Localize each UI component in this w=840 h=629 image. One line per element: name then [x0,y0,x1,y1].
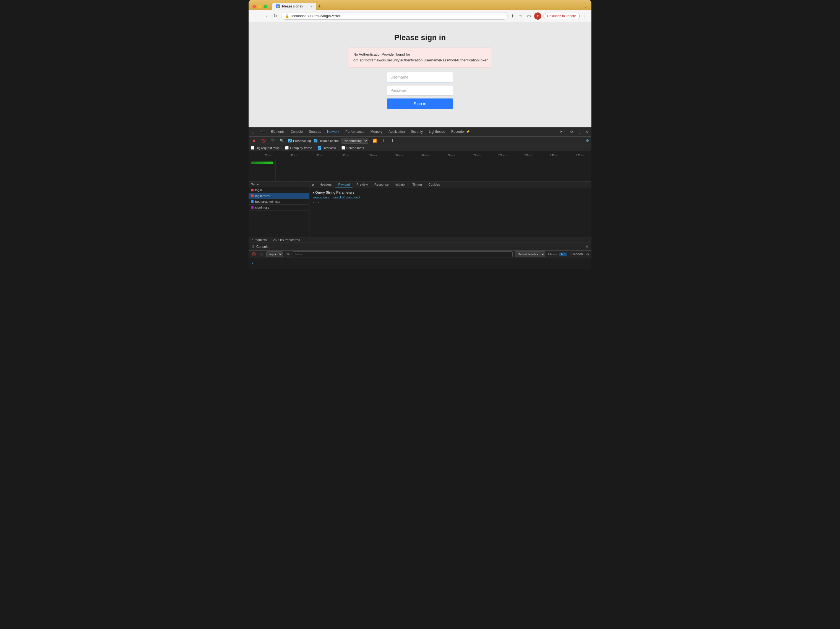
console-level-select[interactable]: Default levels ▾ [515,251,545,257]
network-detail: ✕ Headers Payload Preview Response Initi… [309,182,591,237]
network-item-signincss[interactable]: signin.css [249,205,309,210]
tab-performance[interactable]: Performance [343,128,367,136]
console-drag-handle[interactable]: ⠿ [251,245,254,249]
issues-count-badge[interactable]: ⚑ 1 [559,253,567,256]
console-panel: ⠿ Console ✕ 🚫 ▽ top ▾ 👁 Default levels ▾… [249,243,591,269]
tab-memory[interactable]: Memory [368,128,385,136]
tab-options-button[interactable]: ⌄ [584,4,587,9]
upload-icon[interactable]: ⬆ [381,138,387,144]
devtools-more-icon[interactable]: ⋮ [576,129,582,135]
network-settings-button[interactable]: ⚙ [586,139,589,143]
issues-badge[interactable]: ⚑ 1 [559,129,567,135]
tab-sources[interactable]: Sources [306,128,324,136]
browser-toolbar: ← → ↻ 🔒 localhost:8080/mvc/login?error ⬆… [249,10,591,22]
detail-tab-headers[interactable]: Headers [317,182,334,188]
tab-console[interactable]: Console [288,128,306,136]
new-tab-button[interactable]: + [318,4,321,10]
tick-120ms: 120 ms [395,154,403,156]
request-icon-signincss [251,206,254,209]
share-button[interactable]: ⬆ [510,13,516,20]
network-item-bootstrap[interactable]: bootstrap.min.css [249,199,309,205]
preserve-log-checkbox[interactable] [288,139,292,142]
console-clear-button[interactable]: 🚫 [251,252,257,257]
network-item-login[interactable]: login [249,187,309,193]
clear-button[interactable]: 🚫 [260,138,267,144]
console-eye-icon[interactable]: 👁 [285,252,291,257]
console-filter-input[interactable] [293,251,513,257]
devtools-network-toolbar: ⏺ 🚫 ▽ 🔍 Preserve log Disable cache No th… [249,137,591,145]
address-text: localhost:8080/mvc/login?error [291,14,504,18]
traffic-light-maximize[interactable] [264,5,267,8]
traffic-light-close[interactable] [253,5,256,8]
forward-button[interactable]: → [262,13,270,20]
tab-application[interactable]: Application [386,128,407,136]
inspect-icon[interactable]: ⬚ [251,128,256,136]
record-button[interactable]: ⏺ [251,138,257,144]
signin-button[interactable]: Sign in [387,98,453,109]
traffic-light-minimize[interactable] [258,5,262,8]
console-top-select[interactable]: top ▾ [266,251,283,257]
devtools-icons: ⬚ 📱 [251,128,265,136]
big-request-rows-checkbox[interactable] [251,146,254,150]
reload-button[interactable]: ↻ [272,12,279,20]
tick-140ms: 140 ms [420,154,429,156]
network-item-loginerror[interactable]: login?error [249,193,309,199]
devtools-close-icon[interactable]: ✕ [584,129,589,135]
tick-180ms: 180 ms [472,154,480,156]
console-prompt-arrow[interactable]: › [252,261,253,265]
profile-button[interactable]: Y [534,13,542,20]
screenshots-checkbox[interactable] [341,146,345,150]
preserve-log-label[interactable]: Preserve log [288,139,311,142]
tab-recorder[interactable]: Recorder ⚡ [448,128,473,136]
console-close-button[interactable]: ✕ [585,244,589,249]
detail-close-button[interactable]: ✕ [312,183,315,187]
detail-tabs: ✕ Headers Payload Preview Response Initi… [309,182,591,188]
big-request-rows-label[interactable]: Big request rows [251,146,279,150]
wifi-icon[interactable]: 📶 [371,138,378,144]
console-settings-icon[interactable]: ⚙ [586,252,589,256]
back-button[interactable]: ← [252,13,260,20]
tab-close-button[interactable]: × [311,5,313,8]
tab-security[interactable]: Security [408,128,426,136]
tab-elements[interactable]: Elements [268,128,287,136]
screenshots-label[interactable]: Screenshots [341,146,364,150]
bookmark-button[interactable]: ☆ [518,13,524,20]
device-icon[interactable]: 📱 [259,128,265,136]
tick-160ms: 160 ms [446,154,455,156]
tab-network[interactable]: Network [324,128,342,136]
detail-tab-cookies[interactable]: Cookies [426,182,443,188]
group-by-frame-label[interactable]: Group by frame [285,146,312,150]
group-by-frame-checkbox[interactable] [285,146,289,150]
detail-tab-timing[interactable]: Timing [409,182,425,188]
view-url-encoded-link[interactable]: view URL-encoded [333,196,360,199]
menu-button[interactable]: ⋮ [582,13,588,20]
detail-tab-payload[interactable]: Payload [335,182,352,188]
page-content: Please sign in No AuthenticationProvider… [249,22,591,127]
detail-tab-initiator[interactable]: Initiator [393,182,409,188]
active-tab[interactable]: 🔒 Please sign in × [272,3,316,10]
address-bar[interactable]: 🔒 localhost:8080/mvc/login?error [281,12,508,20]
detail-tab-response[interactable]: Response [372,182,392,188]
filter-icon[interactable]: ▽ [270,138,275,144]
name-column-header: Name [251,183,259,186]
extensions-button[interactable]: ▭ [526,13,532,20]
tab-lighthouse[interactable]: Lighthouse [426,128,448,136]
query-string-section-title[interactable]: ▾ Query String Parameters [313,191,588,194]
view-source-link[interactable]: view source [313,196,330,199]
disable-cache-checkbox[interactable] [314,139,317,142]
disable-cache-label[interactable]: Disable cache [314,139,339,142]
relaunch-button[interactable]: Relaunch to update [543,13,579,19]
search-icon[interactable]: 🔍 [278,138,285,144]
timeline-ruler: 20 ms 40 ms 60 ms 80 ms 100 ms 120 ms 14… [265,151,589,159]
tab-title: Please sign in [282,5,308,8]
overview-label[interactable]: Overview [318,146,336,150]
devtools-settings-icon[interactable]: ⚙ [569,129,574,135]
download-icon[interactable]: ⬇ [390,138,395,144]
console-content: › [249,258,591,269]
username-input[interactable] [387,72,453,82]
console-filter-icon[interactable]: ▽ [259,252,264,257]
password-input[interactable] [387,85,453,96]
overview-checkbox[interactable] [318,146,321,150]
detail-tab-preview[interactable]: Preview [354,182,371,188]
throttle-select[interactable]: No throttling [341,138,368,144]
